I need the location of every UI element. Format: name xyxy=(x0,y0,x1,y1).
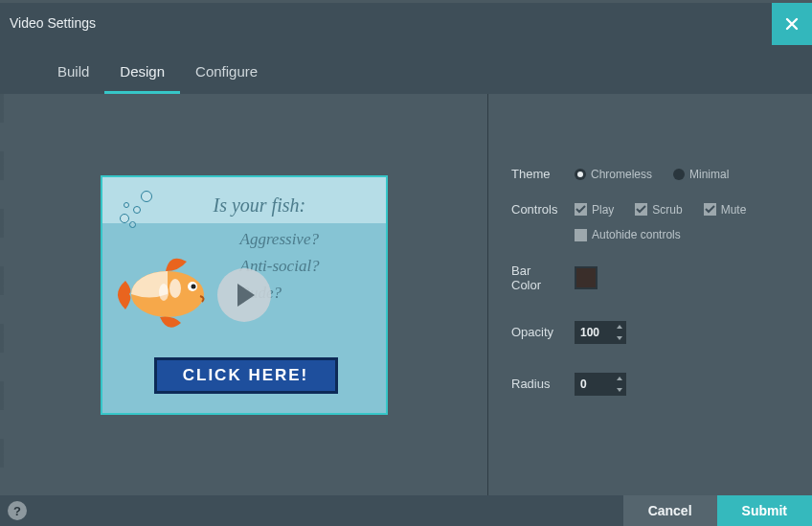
stepper-up[interactable] xyxy=(613,373,626,384)
tabs: Build Design Configure xyxy=(0,42,812,94)
stepper-arrows xyxy=(613,321,626,344)
modal-title: Video Settings xyxy=(10,15,96,31)
cancel-button[interactable]: Cancel xyxy=(623,495,717,526)
controls-label: Controls xyxy=(511,202,563,217)
svg-point-4 xyxy=(159,284,169,301)
theme-option-label: Chromeless xyxy=(591,168,652,181)
controls-option-autohide[interactable]: Autohide controls xyxy=(575,228,681,241)
fish-icon xyxy=(108,239,223,344)
autohide-label: Autohide controls xyxy=(592,228,681,241)
tab-configure[interactable]: Configure xyxy=(180,54,273,94)
submit-button[interactable]: Submit xyxy=(717,495,812,526)
theme-label: Theme xyxy=(511,167,563,181)
theme-option-chromeless[interactable]: Chromeless xyxy=(575,168,652,181)
modal-body: Is your fish: Aggressive? Anti-social? R… xyxy=(0,94,812,495)
controls-option-play[interactable]: Play xyxy=(575,203,614,217)
close-icon xyxy=(784,16,800,32)
theme-option-label: Minimal xyxy=(689,168,729,181)
stepper-down[interactable] xyxy=(613,384,626,396)
tab-build[interactable]: Build xyxy=(42,54,104,94)
controls-option-scrub[interactable]: Scrub xyxy=(635,203,682,217)
radius-row: Radius xyxy=(511,373,793,396)
radius-stepper[interactable] xyxy=(575,373,626,396)
theme-option-minimal[interactable]: Minimal xyxy=(673,168,729,181)
stepper-arrows xyxy=(613,373,626,396)
settings-pane: Theme Chromeless Minimal Controls Play xyxy=(488,94,812,495)
play-icon[interactable] xyxy=(217,268,271,322)
controls-option-label: Play xyxy=(592,203,614,217)
opacity-input[interactable] xyxy=(575,326,609,339)
opacity-stepper[interactable] xyxy=(575,321,626,344)
help-button[interactable]: ? xyxy=(8,501,27,520)
radius-label: Radius xyxy=(511,377,563,391)
preview-cta-button: CLICK HERE! xyxy=(154,357,338,394)
autohide-row: Autohide controls xyxy=(575,228,793,244)
radius-input[interactable] xyxy=(575,377,609,391)
preview-headline: Is your fish: xyxy=(214,194,386,217)
opacity-label: Opacity xyxy=(511,325,563,339)
radio-icon xyxy=(673,169,685,180)
preview-pane: Is your fish: Aggressive? Anti-social? R… xyxy=(0,94,488,495)
checkbox-icon xyxy=(635,203,647,216)
radio-icon xyxy=(575,169,586,180)
controls-row: Controls Play Scrub Mute xyxy=(511,202,793,217)
video-preview[interactable]: Is your fish: Aggressive? Anti-social? R… xyxy=(101,175,388,415)
svg-point-3 xyxy=(169,279,181,298)
controls-option-label: Scrub xyxy=(652,203,682,217)
modal-titlebar: Video Settings xyxy=(0,0,812,42)
close-button[interactable] xyxy=(772,3,812,45)
preview-line-1: Aggressive? xyxy=(214,230,386,249)
theme-row: Theme Chromeless Minimal xyxy=(511,167,793,181)
barcolor-row: Bar Color xyxy=(511,263,793,292)
barcolor-label: Bar Color xyxy=(511,263,563,292)
svg-point-2 xyxy=(191,284,195,288)
checkbox-icon xyxy=(704,203,716,216)
barcolor-swatch[interactable] xyxy=(575,266,598,289)
stepper-down[interactable] xyxy=(613,332,626,344)
tab-design[interactable]: Design xyxy=(104,54,180,94)
checkbox-icon xyxy=(575,229,587,241)
stepper-up[interactable] xyxy=(613,321,626,332)
controls-option-label: Mute xyxy=(721,203,747,217)
controls-option-mute[interactable]: Mute xyxy=(704,203,747,217)
modal-footer: ? Cancel Submit xyxy=(0,495,812,526)
video-settings-modal: Video Settings Build Design Configure xyxy=(0,0,812,526)
opacity-row: Opacity xyxy=(511,321,793,344)
checkbox-icon xyxy=(575,203,587,216)
